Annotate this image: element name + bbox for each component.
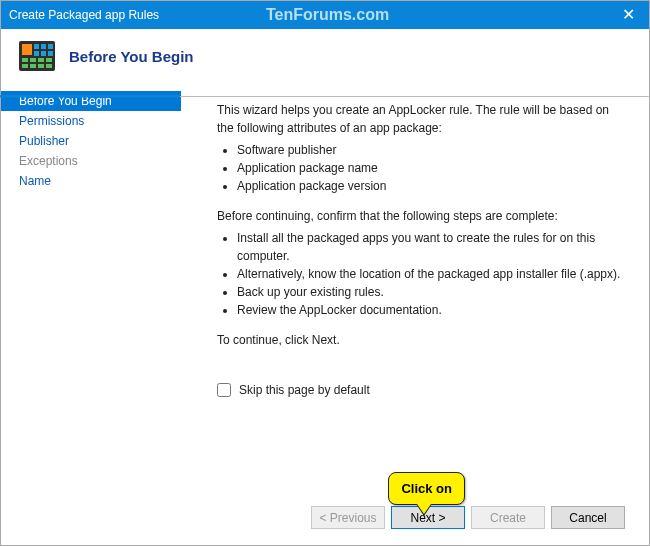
svg-rect-6 — [41, 51, 46, 56]
skip-label[interactable]: Skip this page by default — [239, 381, 370, 399]
svg-rect-11 — [46, 58, 52, 62]
list-item: Back up your existing rules. — [237, 283, 625, 301]
wizard-header: Before You Begin — [1, 29, 649, 85]
svg-rect-5 — [34, 51, 39, 56]
list-item: Alternatively, know the location of the … — [237, 265, 625, 283]
svg-rect-10 — [38, 58, 44, 62]
confirm-text: Before continuing, confirm that the foll… — [217, 207, 625, 225]
svg-rect-7 — [48, 51, 53, 56]
nav-permissions[interactable]: Permissions — [1, 111, 181, 131]
svg-rect-14 — [38, 64, 44, 68]
list-item: Review the AppLocker documentation. — [237, 301, 625, 319]
svg-rect-8 — [22, 58, 28, 62]
titlebar: Create Packaged app Rules TenForums.com … — [1, 1, 649, 29]
wizard-nav: Before You Begin Permissions Publisher E… — [1, 85, 181, 545]
svg-rect-12 — [22, 64, 28, 68]
steps-list: Install all the packaged apps you want t… — [237, 229, 625, 319]
svg-rect-1 — [22, 44, 32, 55]
cancel-button[interactable]: Cancel — [551, 506, 625, 529]
wizard-icon — [19, 41, 55, 71]
wizard-window: Create Packaged app Rules TenForums.com … — [0, 0, 650, 546]
wizard-body: Before You Begin Permissions Publisher E… — [1, 85, 649, 545]
wizard-content: This wizard helps you create an AppLocke… — [181, 85, 649, 545]
svg-rect-2 — [34, 44, 39, 49]
nav-name[interactable]: Name — [1, 171, 181, 191]
attributes-list: Software publisher Application package n… — [237, 141, 625, 195]
svg-rect-13 — [30, 64, 36, 68]
skip-row: Skip this page by default — [217, 381, 625, 399]
continue-text: To continue, click Next. — [217, 331, 625, 349]
skip-checkbox[interactable] — [217, 383, 231, 397]
page-title: Before You Begin — [69, 48, 193, 65]
watermark-text: TenForums.com — [39, 6, 616, 24]
nav-publisher[interactable]: Publisher — [1, 131, 181, 151]
button-row: Click on < Previous Next > Create Cancel — [217, 496, 625, 533]
svg-rect-15 — [46, 64, 52, 68]
svg-rect-3 — [41, 44, 46, 49]
create-button: Create — [471, 506, 545, 529]
nav-before-you-begin[interactable]: Before You Begin — [1, 91, 181, 111]
svg-rect-4 — [48, 44, 53, 49]
list-item: Application package name — [237, 159, 625, 177]
annotation-callout: Click on — [388, 472, 465, 506]
list-item: Application package version — [237, 177, 625, 195]
previous-button: < Previous — [311, 506, 385, 529]
nav-exceptions: Exceptions — [1, 151, 181, 171]
svg-rect-9 — [30, 58, 36, 62]
intro-text: This wizard helps you create an AppLocke… — [217, 101, 625, 137]
close-icon[interactable]: ✕ — [616, 7, 641, 23]
list-item: Install all the packaged apps you want t… — [237, 229, 625, 265]
list-item: Software publisher — [237, 141, 625, 159]
